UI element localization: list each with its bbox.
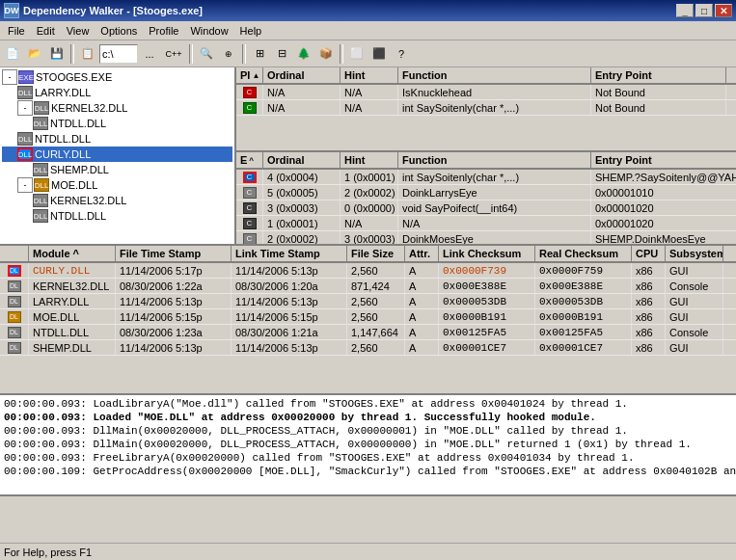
export-row-3[interactable]: C 3 (0x0003) 0 (0x0000) void SayPoifect(… — [236, 200, 736, 216]
export-col-function[interactable]: Function — [398, 152, 591, 168]
import-body: C N/A N/A IsKnucklehead Not Bound C N/A … — [236, 85, 736, 116]
tree-item-stooges[interactable]: - EXE STOOGES.EXE — [2, 69, 232, 85]
export-col-entry[interactable]: Entry Point — [591, 152, 736, 168]
export-cell-hint-2: 2 (0x0002) — [341, 185, 398, 200]
module-cell-file-ts-curly: 11/14/2006 5:17p — [116, 263, 232, 278]
tree-item-ntdll-2[interactable]: DLL NTDLL.DLL — [2, 131, 232, 147]
import-col-function[interactable]: Function — [398, 67, 591, 83]
import-col-hint[interactable]: Hint — [341, 67, 398, 83]
open-button[interactable]: 📂 — [24, 43, 45, 65]
close-button[interactable]: ✕ — [715, 4, 732, 17]
expand-stooges[interactable]: - — [2, 69, 17, 85]
import-row-1[interactable]: C N/A N/A IsKnucklehead Not Bound — [236, 85, 736, 100]
tree-button[interactable]: 🌲 — [293, 43, 314, 65]
tree-label-shemp: SHEMP.DLL — [50, 164, 109, 175]
module-col-attr[interactable]: Attr. — [405, 246, 439, 261]
find2-button[interactable]: ⊕ — [218, 43, 239, 65]
new-button[interactable]: 📄 — [2, 43, 23, 65]
module-cell-attr-moe: A — [405, 309, 439, 324]
expand-button[interactable]: ⊞ — [249, 43, 270, 65]
module-col-sub[interactable]: Subsystem — [666, 246, 723, 261]
export-header: E^ Ordinal Hint Function Entry Point — [236, 152, 736, 170]
module-header: Module ^ File Time Stamp Link Time Stamp… — [0, 246, 736, 263]
tree-item-moe[interactable]: - DLL MOE.DLL — [2, 177, 232, 193]
tree-item-shemp[interactable]: DLL SHEMP.DLL — [2, 162, 232, 177]
browse-button[interactable]: ... — [139, 43, 160, 65]
module-row-curly[interactable]: DL CURLY.DLL 11/14/2006 5:17p 11/14/2006… — [0, 263, 736, 279]
export-cell-ordinal-4: 1 (0x0001) — [263, 216, 341, 230]
menu-window[interactable]: Window — [184, 24, 233, 38]
import-col-ordinal[interactable]: Ordinal — [263, 67, 341, 83]
copy-button[interactable]: 📋 — [77, 43, 98, 65]
menu-profile[interactable]: Profile — [143, 24, 184, 38]
export-cell-hint-4: N/A — [341, 216, 398, 230]
module-cell-sub-larry: GUI — [666, 294, 723, 308]
tree-item-ntdll-3[interactable]: DLL NTDLL.DLL — [2, 208, 232, 224]
export-cell-ordinal-3: 3 (0x0003) — [263, 200, 341, 215]
export-col-e[interactable]: E^ — [236, 152, 263, 168]
expand-kernel32[interactable]: - — [17, 100, 33, 116]
module-col-real-chk[interactable]: Real Checksum — [535, 246, 632, 261]
menu-file[interactable]: File — [2, 24, 31, 38]
import-cell-ordinal-2: N/A — [263, 100, 341, 115]
module-col-name[interactable]: Module ^ — [29, 246, 116, 261]
paste-button[interactable]: ⬛ — [368, 43, 390, 65]
shemp-module-icon: DL — [8, 342, 21, 354]
import-col-entry[interactable]: Entry Point — [591, 67, 726, 83]
module-cell-lchk-ntdll: 0x00125FA5 — [439, 325, 535, 339]
module-cell-sub-moe: GUI — [666, 309, 723, 324]
dll-icon-ntdll-2: DLL — [17, 132, 33, 146]
module-cell-rchk-ntdll: 0x00125FA5 — [535, 325, 632, 339]
module-cell-cpu-kernel32: x86 — [632, 279, 666, 293]
cpp-button[interactable]: C++ — [161, 43, 186, 65]
export-col-hint[interactable]: Hint — [341, 152, 398, 168]
menu-help[interactable]: Help — [234, 24, 268, 38]
export-cell-entry-3: 0x00001020 — [591, 200, 736, 215]
tree-item-larry[interactable]: DLL LARRY.DLL — [2, 85, 232, 100]
toolbar-sep-3 — [242, 44, 246, 64]
tree-item-ntdll-1[interactable]: DLL NTDLL.DLL — [2, 116, 232, 131]
toolbar-sep-2 — [189, 44, 193, 64]
export-row-2[interactable]: C 5 (0x0005) 2 (0x0002) DoinkLarrysEye 0… — [236, 185, 736, 200]
module-row-larry[interactable]: DL LARRY.DLL 11/14/2006 5:13p 11/14/2006… — [0, 294, 736, 309]
expand-moe[interactable]: - — [17, 177, 33, 193]
module-icon-larry: DL — [0, 294, 29, 308]
path-input[interactable] — [99, 44, 138, 64]
module-row-ntdll[interactable]: DL NTDLL.DLL 08/30/2006 1:23a 08/30/2006… — [0, 325, 736, 340]
module-button[interactable]: 📦 — [315, 43, 337, 65]
menu-options[interactable]: Options — [95, 24, 143, 38]
help-button[interactable]: ? — [391, 43, 412, 65]
module-col-size[interactable]: File Size — [347, 246, 405, 261]
module-cell-cpu-larry: x86 — [632, 294, 666, 308]
tree-label-stooges: STOOGES.EXE — [36, 71, 112, 83]
module-col-icon[interactable] — [0, 246, 29, 261]
minimize-button[interactable]: _ — [676, 4, 694, 17]
module-row-moe[interactable]: DL MOE.DLL 11/14/2006 5:15p 11/14/2006 5… — [0, 309, 736, 325]
module-cell-sub-curly: GUI — [666, 263, 723, 278]
module-col-cpu[interactable]: CPU — [632, 246, 666, 261]
import-col-pi[interactable]: PI▲ — [236, 67, 263, 83]
tree-item-kernel32-2[interactable]: DLL KERNEL32.DLL — [2, 193, 232, 208]
module-col-file-ts[interactable]: File Time Stamp — [116, 246, 232, 261]
tree-item-curly[interactable]: DLL CURLY.DLL — [2, 147, 232, 162]
module-row-shemp[interactable]: DL SHEMP.DLL 11/14/2006 5:13p 11/14/2006… — [0, 340, 736, 356]
tree-label-ntdll-3: NTDLL.DLL — [50, 210, 106, 222]
maximize-button[interactable]: □ — [695, 4, 713, 17]
find-button[interactable]: 🔍 — [196, 43, 217, 65]
module-col-link-ts[interactable]: Link Time Stamp — [232, 246, 347, 261]
save-button[interactable]: 💾 — [46, 43, 68, 65]
export-row-4[interactable]: C 1 (0x0001) N/A N/A 0x00001020 — [236, 216, 736, 231]
export-col-ordinal[interactable]: Ordinal — [263, 152, 341, 168]
top-area: - EXE STOOGES.EXE DLL LARRY.DLL - DLL KE… — [0, 67, 736, 246]
menu-view[interactable]: View — [61, 24, 95, 38]
collapse-button[interactable]: ⊟ — [271, 43, 292, 65]
module-col-link-chk[interactable]: Link Checksum — [439, 246, 535, 261]
exe-icon: EXE — [18, 70, 34, 84]
copy2-button[interactable]: ⬜ — [346, 43, 368, 65]
module-row-kernel32[interactable]: DL KERNEL32.DLL 08/30/2006 1:22a 08/30/2… — [0, 279, 736, 294]
menu-edit[interactable]: Edit — [31, 24, 61, 38]
export-row-5[interactable]: C 2 (0x0002) 3 (0x0003) DoinkMoesEye SHE… — [236, 231, 736, 244]
import-row-2[interactable]: C N/A N/A int SaySoitenly(char *,...) No… — [236, 100, 736, 116]
tree-item-kernel32-1[interactable]: - DLL KERNEL32.DLL — [2, 100, 232, 116]
export-row-1[interactable]: C 4 (0x0004) 1 (0x0001) int SaySoitenly(… — [236, 170, 736, 185]
